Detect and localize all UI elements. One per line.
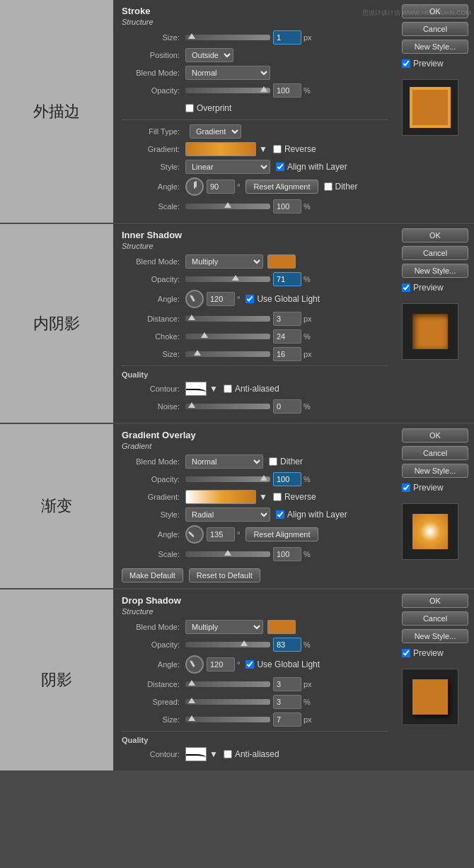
stroke-angle-input[interactable] — [207, 180, 235, 194]
inner-shadow-noise-input[interactable] — [273, 399, 301, 414]
inner-shadow-angle-dial[interactable] — [185, 290, 204, 308]
ds-distance-thumb[interactable] — [188, 680, 195, 686]
stroke-size-slider[interactable] — [185, 35, 270, 40]
ds-spread-track[interactable] — [185, 699, 270, 705]
stroke-opacity-thumb[interactable] — [260, 86, 267, 92]
inner-shadow-angle-input[interactable] — [207, 292, 235, 306]
stroke-size-input[interactable] — [273, 30, 301, 45]
stroke-reverse-label[interactable]: Reverse — [273, 144, 316, 154]
inner-shadow-preview-checkbox[interactable] — [402, 283, 410, 292]
inner-shadow-choke-thumb[interactable] — [201, 332, 208, 338]
go-scale-track[interactable] — [185, 551, 270, 557]
stroke-reset-alignment-button[interactable]: Reset Alignment — [245, 180, 318, 194]
inner-shadow-noise-track[interactable] — [185, 404, 270, 409]
inner-shadow-antialias-checkbox[interactable] — [224, 385, 232, 393]
stroke-overprint-label[interactable]: Overprint — [185, 103, 231, 113]
go-reset-to-default-button[interactable]: Reset to Default — [189, 568, 260, 582]
inner-shadow-noise-slider[interactable] — [185, 404, 270, 409]
stroke-overprint-checkbox[interactable] — [185, 104, 194, 112]
go-reverse-checkbox[interactable] — [273, 493, 282, 501]
ds-distance-slider[interactable] — [185, 681, 270, 687]
inner-shadow-globallight-label[interactable]: Use Global Light — [245, 294, 320, 304]
stroke-scale-track[interactable] — [185, 204, 270, 209]
ds-size-thumb[interactable] — [188, 715, 195, 721]
inner-shadow-contour-arrow[interactable]: ▼ — [209, 384, 218, 394]
go-dither-checkbox[interactable] — [269, 457, 277, 466]
go-opacity-slider[interactable] — [185, 476, 270, 482]
stroke-cancel-button[interactable]: Cancel — [402, 22, 468, 36]
inner-shadow-opacity-slider[interactable] — [185, 276, 270, 282]
inner-shadow-distance-thumb[interactable] — [188, 315, 195, 320]
go-reset-alignment-button[interactable]: Reset Alignment — [245, 527, 318, 541]
inner-shadow-size-thumb[interactable] — [194, 350, 201, 356]
inner-shadow-ok-button[interactable]: OK — [402, 228, 468, 242]
ds-contour-arrow[interactable]: ▼ — [209, 749, 218, 759]
inner-shadow-size-track[interactable] — [185, 351, 270, 357]
ds-distance-track[interactable] — [185, 681, 270, 687]
inner-shadow-preview-label[interactable]: Preview — [402, 283, 468, 293]
ds-ok-button[interactable]: OK — [402, 594, 468, 608]
stroke-size-thumb[interactable] — [188, 33, 195, 39]
inner-shadow-color-swatch[interactable] — [267, 254, 296, 269]
stroke-position-select[interactable]: Outside Inside Center — [185, 48, 233, 62]
inner-shadow-opacity-track[interactable] — [185, 276, 270, 282]
ds-cancel-button[interactable]: Cancel — [402, 611, 468, 626]
ds-contour-swatch[interactable] — [185, 747, 207, 761]
ds-angle-dial[interactable] — [185, 655, 204, 674]
go-make-default-button[interactable]: Make Default — [122, 568, 183, 582]
go-newstyle-button[interactable]: New Style... — [402, 464, 468, 478]
inner-shadow-distance-input[interactable] — [273, 312, 301, 326]
inner-shadow-opacity-input[interactable] — [273, 272, 301, 286]
ds-globallight-label[interactable]: Use Global Light — [245, 659, 320, 669]
go-align-label[interactable]: Align with Layer — [276, 510, 347, 520]
stroke-gradient-swatch[interactable] — [185, 142, 256, 156]
go-ok-button[interactable]: OK — [402, 428, 468, 442]
stroke-opacity-slider[interactable] — [185, 88, 270, 93]
ds-spread-thumb[interactable] — [188, 698, 195, 703]
ds-opacity-thumb[interactable] — [241, 640, 248, 646]
stroke-dither-label[interactable]: Dither — [324, 182, 358, 192]
go-scale-thumb[interactable] — [224, 550, 231, 556]
stroke-gradient-arrow[interactable]: ▼ — [259, 144, 267, 154]
inner-shadow-newstyle-button[interactable]: New Style... — [402, 264, 468, 278]
stroke-style-select[interactable]: Linear Radial Angle — [185, 160, 270, 174]
go-gradient-arrow[interactable]: ▼ — [259, 492, 267, 502]
ds-opacity-track[interactable] — [185, 642, 270, 647]
inner-shadow-choke-slider[interactable] — [185, 334, 270, 339]
inner-shadow-choke-input[interactable] — [273, 329, 301, 344]
go-opacity-thumb[interactable] — [260, 475, 267, 481]
inner-shadow-opacity-thumb[interactable] — [232, 275, 239, 281]
ds-preview-label[interactable]: Preview — [402, 648, 468, 658]
go-opacity-input[interactable] — [273, 472, 301, 486]
inner-shadow-contour-swatch[interactable] — [185, 382, 207, 396]
inner-shadow-distance-slider[interactable] — [185, 316, 270, 322]
go-reverse-label[interactable]: Reverse — [273, 492, 316, 502]
ds-size-track[interactable] — [185, 717, 270, 722]
go-cancel-button[interactable]: Cancel — [402, 446, 468, 460]
stroke-opacity-track[interactable] — [185, 88, 270, 93]
go-gradient-swatch[interactable] — [185, 490, 256, 504]
stroke-scale-slider[interactable] — [185, 204, 270, 209]
stroke-align-label[interactable]: Align with Layer — [276, 162, 347, 172]
go-scale-input[interactable] — [273, 547, 301, 561]
go-preview-label[interactable]: Preview — [402, 483, 468, 493]
ds-size-input[interactable] — [273, 712, 301, 727]
ds-color-swatch[interactable] — [267, 620, 296, 634]
go-angle-input[interactable] — [207, 527, 235, 541]
ds-newstyle-button[interactable]: New Style... — [402, 629, 468, 643]
stroke-opacity-input[interactable] — [273, 83, 301, 98]
stroke-scale-input[interactable] — [273, 199, 301, 213]
ds-globallight-checkbox[interactable] — [245, 660, 254, 669]
go-preview-checkbox[interactable] — [402, 483, 410, 492]
ds-distance-input[interactable] — [273, 677, 301, 691]
go-blend-select[interactable]: Normal Multiply — [185, 454, 263, 469]
stroke-reverse-checkbox[interactable] — [273, 145, 282, 153]
go-opacity-track[interactable] — [185, 476, 270, 482]
go-scale-slider[interactable] — [185, 551, 270, 557]
ds-antialias-label[interactable]: Anti-aliased — [224, 749, 279, 759]
ds-opacity-input[interactable] — [273, 638, 301, 652]
ds-antialias-checkbox[interactable] — [224, 750, 232, 758]
stroke-filltype-select[interactable]: Gradient Color Pattern — [190, 124, 241, 139]
stroke-size-track[interactable] — [185, 35, 270, 40]
inner-shadow-noise-thumb[interactable] — [188, 402, 195, 408]
